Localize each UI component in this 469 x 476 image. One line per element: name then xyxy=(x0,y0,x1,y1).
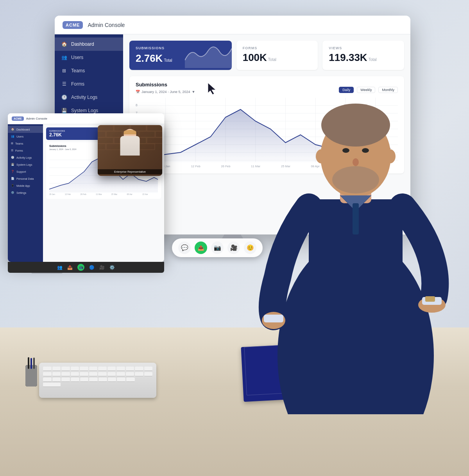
small-toolbar-btn-screen[interactable]: 📺 xyxy=(77,264,84,271)
small-forms-label: Forms xyxy=(15,149,23,152)
small-support-icon: ❓ xyxy=(11,170,14,173)
teams-icon: ⊞ xyxy=(61,68,67,74)
system-icon: 💾 xyxy=(61,107,67,114)
sidebar-item-teams[interactable]: ⊞ Teams xyxy=(55,64,123,77)
svg-rect-79 xyxy=(425,296,435,302)
sidebar-label-activity: Activity Logs xyxy=(71,95,97,100)
small-admin-title: Admin Console xyxy=(26,117,47,120)
sidebar-item-dashboard[interactable]: 🏠 Dashboard xyxy=(55,38,123,51)
small-acme-logo: ACME xyxy=(12,116,24,121)
small-sidebar-activity[interactable]: 🕐 Activity Logs xyxy=(8,154,43,161)
svg-rect-84 xyxy=(33,358,35,369)
app-header: ACME Admin Console xyxy=(55,16,410,34)
small-forms-icon: ☰ xyxy=(11,149,13,152)
mini-wave-chart xyxy=(185,41,232,68)
small-sidebar-teams[interactable]: ⊞ Teams xyxy=(8,140,43,147)
acme-logo: ACME xyxy=(63,21,83,29)
toolbar-video-btn[interactable]: 🎥 xyxy=(227,242,240,254)
submissions-card: SUBMISSIONS 2.76K Total xyxy=(129,41,232,70)
small-sidebar-system[interactable]: 💾 System Logs xyxy=(8,161,43,168)
forms-value: 100K Total xyxy=(243,52,312,64)
small-sidebar-support[interactable]: ❓ Support xyxy=(8,168,43,175)
views-value: 119.33K Total xyxy=(329,52,398,64)
svg-text:08 Apr: 08 Apr xyxy=(127,193,133,195)
cursor-arrow xyxy=(207,82,218,97)
small-toolbar-btn-video[interactable]: 🎥 xyxy=(99,265,105,270)
small-personal-icon: 📄 xyxy=(11,177,14,180)
sidebar-label-users: Users xyxy=(71,55,83,60)
svg-text:29 Jan: 29 Jan xyxy=(49,193,55,195)
video-toolbar: 💬 📤 📷 🎥 😊 xyxy=(172,238,263,257)
views-sublabel: Total xyxy=(369,57,377,62)
small-settings-icon: ⚙️ xyxy=(11,191,14,194)
small-mobile-label: Mobile App xyxy=(16,184,30,187)
chart-title: Submissions xyxy=(136,82,195,88)
admin-console-title: Admin Console xyxy=(88,22,125,28)
video-bg: Enterprise Representative xyxy=(98,125,162,176)
small-sidebar-users[interactable]: 👥 Users xyxy=(8,133,43,140)
toolbar-share-btn[interactable]: 📤 xyxy=(195,242,207,254)
svg-rect-74 xyxy=(353,203,359,234)
person-figure xyxy=(231,63,457,416)
users-icon: 👥 xyxy=(61,54,67,61)
svg-text:12 Feb: 12 Feb xyxy=(191,165,200,168)
submissions-sublabel: Total xyxy=(164,58,172,63)
small-toolbar-btn-share[interactable]: 📤 xyxy=(67,265,73,270)
toolbar-camera-btn[interactable]: 📷 xyxy=(211,242,224,254)
small-sidebar-mobile[interactable]: 📱 Mobile App xyxy=(8,182,43,189)
toolbar-emoji-btn[interactable]: 😊 xyxy=(244,242,256,254)
keyboard xyxy=(39,363,156,398)
small-dashboard-label: Dashboard xyxy=(16,128,30,131)
sidebar-label-forms: Forms xyxy=(71,81,84,87)
svg-point-73 xyxy=(353,158,359,166)
small-toolbar-btn-chat[interactable]: 👥 xyxy=(57,265,63,270)
svg-rect-77 xyxy=(264,315,283,322)
small-toolbar-btn-settings[interactable]: ⚙️ xyxy=(109,265,115,270)
pen-holder xyxy=(21,357,41,390)
sidebar-label-system: System Logs xyxy=(71,108,98,113)
small-toolbar: 👥 📤 📺 🔵 🎥 ⚙️ xyxy=(8,262,164,273)
svg-marker-32 xyxy=(208,83,216,95)
forms-sublabel: Total xyxy=(268,57,276,62)
svg-text:8: 8 xyxy=(136,103,138,107)
small-app-header: ACME Admin Console xyxy=(8,113,164,124)
small-sidebar: 🏠 Dashboard 👥 Users ⊞ Teams ☰ Forms 🕐 xyxy=(8,124,43,262)
small-mobile-icon: 📱 xyxy=(11,184,14,187)
small-activity-icon: 🕐 xyxy=(11,156,14,159)
video-person-figure xyxy=(117,129,143,168)
svg-text:26 Feb: 26 Feb xyxy=(221,165,231,168)
svg-text:11 Mar: 11 Mar xyxy=(96,193,102,195)
small-teams-icon: ⊞ xyxy=(11,142,13,145)
small-sidebar-dashboard[interactable]: 🏠 Dashboard xyxy=(8,126,43,133)
svg-rect-83 xyxy=(30,358,32,369)
svg-rect-49 xyxy=(147,125,162,131)
svg-rect-54 xyxy=(156,131,162,137)
svg-rect-58 xyxy=(147,138,162,143)
svg-rect-46 xyxy=(98,125,113,131)
small-sidebar-settings[interactable]: ⚙️ Settings xyxy=(8,189,43,196)
forms-label: FORMS xyxy=(243,46,312,50)
svg-rect-59 xyxy=(98,144,106,150)
svg-point-67 xyxy=(321,104,390,147)
toolbar-chat-btn[interactable]: 💬 xyxy=(178,242,191,254)
activity-icon: 🕐 xyxy=(61,94,67,100)
small-toolbar-btn-camera[interactable]: 🔵 xyxy=(89,265,95,270)
sidebar-item-users[interactable]: 👥 Users xyxy=(55,51,123,64)
small-system-label: System Logs xyxy=(16,163,32,166)
forms-icon: ☰ xyxy=(61,81,67,87)
man-svg xyxy=(231,63,457,414)
svg-text:22 Apr: 22 Apr xyxy=(142,193,148,195)
sidebar-item-activity-logs[interactable]: 🕐 Activity Logs xyxy=(55,91,123,104)
sidebar-item-forms[interactable]: ☰ Forms xyxy=(55,77,123,91)
svg-text:12 Feb: 12 Feb xyxy=(65,193,71,195)
svg-point-71 xyxy=(342,148,349,153)
small-users-icon: 👥 xyxy=(11,135,14,138)
svg-rect-82 xyxy=(28,357,29,369)
small-sidebar-personal[interactable]: 📄 Personal Data xyxy=(8,175,43,182)
views-label: VIEWS xyxy=(329,46,398,50)
svg-point-72 xyxy=(362,148,369,153)
sidebar-label-dashboard: Dashboard xyxy=(71,41,94,47)
small-personal-label: Personal Data xyxy=(16,177,34,180)
small-sidebar-forms[interactable]: ☰ Forms xyxy=(8,147,43,154)
video-overlay: Enterprise Representative xyxy=(98,125,162,176)
